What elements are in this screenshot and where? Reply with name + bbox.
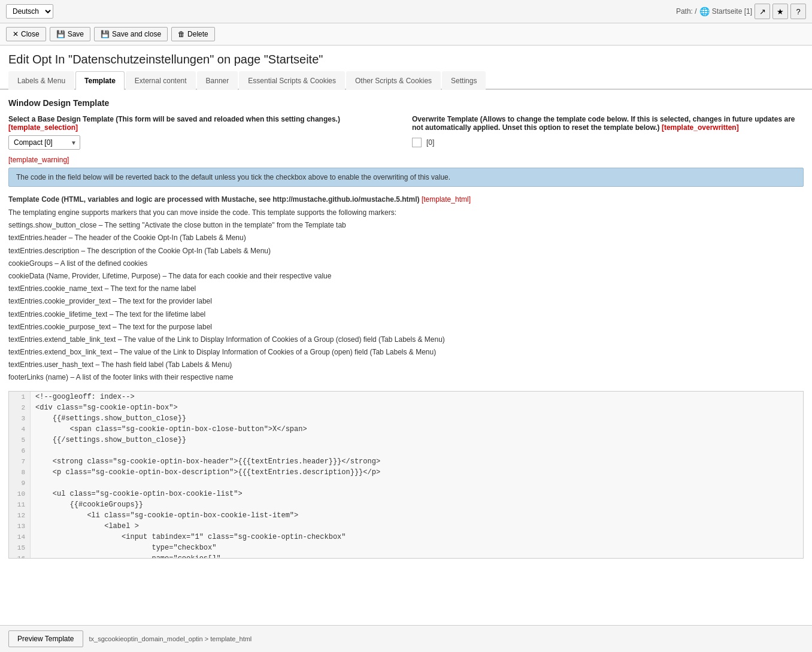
description-line: cookieGroups – A list of the defined coo… bbox=[8, 258, 804, 269]
path-label: Path: / bbox=[676, 7, 697, 16]
description-line: textEntries.cookie_provider_text – The t… bbox=[8, 296, 804, 307]
code-line: 6 bbox=[9, 445, 803, 456]
line-content: <span class="sg-cookie-optin-box-close-b… bbox=[31, 424, 307, 435]
line-content: <ul class="sg-cookie-optin-box-cookie-li… bbox=[31, 489, 243, 499]
tab-bar: Labels & Menu Template External content … bbox=[0, 71, 812, 90]
line-content: <label > bbox=[31, 521, 139, 532]
main-content: Window Design Template Select a Base Des… bbox=[0, 90, 812, 567]
line-content bbox=[31, 478, 35, 489]
code-line: 3 {{#settings.show_button_close}} bbox=[9, 413, 803, 424]
delete-button[interactable]: 🗑 Delete bbox=[171, 27, 215, 41]
save-button[interactable]: 💾 Save bbox=[50, 27, 90, 41]
top-bar-icons: ↗ ★ ? bbox=[755, 4, 806, 19]
description-line: settings.show_button_close – The setting… bbox=[8, 220, 804, 231]
line-number: 10 bbox=[9, 489, 31, 499]
description-line: footerLinks (name) – A list of the foote… bbox=[8, 372, 804, 383]
description-line: textEntries.description – The descriptio… bbox=[8, 245, 804, 257]
code-line: 14 <input tabindex="1" class="sg-cookie-… bbox=[9, 532, 803, 542]
line-content: <div class="sg-cookie-optin-box"> bbox=[31, 402, 178, 413]
tab-essential-scripts[interactable]: Essential Scripts & Cookies bbox=[239, 71, 345, 90]
description-line: textEntries.cookie_name_text – The text … bbox=[8, 283, 804, 295]
overwrite-checkbox-row: [0] bbox=[412, 138, 804, 147]
line-number: 16 bbox=[9, 553, 31, 559]
code-line: 5 {{/settings.show_button_close}} bbox=[9, 435, 803, 445]
overwrite-checkbox[interactable] bbox=[412, 138, 422, 147]
line-number: 11 bbox=[9, 499, 31, 510]
top-bar-left: Deutsch bbox=[6, 4, 53, 19]
code-line: 4 <span class="sg-cookie-optin-box-close… bbox=[9, 424, 803, 435]
col-left: Select a Base Design Template (This form… bbox=[8, 115, 400, 150]
code-line: 11 {{#cookieGroups}} bbox=[9, 499, 803, 510]
line-content: <input tabindex="1" class="sg-cookie-opt… bbox=[31, 532, 346, 542]
line-content: <strong class="sg-cookie-optin-box-heade… bbox=[31, 456, 380, 467]
overwrite-var: [template_overwritten] bbox=[662, 123, 739, 132]
line-number: 15 bbox=[9, 542, 31, 553]
action-bar: ✕ Close 💾 Save 💾 Save and close 🗑 Delete bbox=[0, 23, 812, 46]
external-link-icon-btn[interactable]: ↗ bbox=[755, 4, 770, 19]
code-editor[interactable]: 1<!--googleoff: index-->2<div class="sg-… bbox=[8, 391, 804, 559]
tab-labels-menu[interactable]: Labels & Menu bbox=[8, 71, 74, 90]
template-code-var: [template_html] bbox=[422, 195, 471, 204]
line-content: <p class="sg-cookie-optin-box-descriptio… bbox=[31, 467, 380, 478]
save-close-button[interactable]: 💾 Save and close bbox=[94, 27, 168, 41]
warning-var: [template_warning] bbox=[8, 156, 804, 164]
save-label: Save bbox=[68, 30, 84, 38]
line-number: 13 bbox=[9, 521, 31, 532]
line-content: {{#cookieGroups}} bbox=[31, 499, 143, 510]
line-number: 1 bbox=[9, 392, 31, 402]
line-content: {{#settings.show_button_close}} bbox=[31, 413, 186, 424]
save-close-label: Save and close bbox=[112, 30, 161, 38]
description-line: textEntries.extend_box_link_text – The v… bbox=[8, 347, 804, 358]
description-line: textEntries.header – The header of the C… bbox=[8, 232, 804, 244]
line-content bbox=[31, 445, 35, 456]
template-code-section: Template Code (HTML, variables and logic… bbox=[8, 195, 804, 559]
close-button[interactable]: ✕ Close bbox=[6, 27, 46, 41]
description-line: textEntries.cookie_lifetime_text – The t… bbox=[8, 309, 804, 320]
page-title: Edit Opt In "Datenschutzeinstellungen" o… bbox=[0, 46, 812, 71]
tab-settings[interactable]: Settings bbox=[442, 71, 486, 90]
help-icon-btn[interactable]: ? bbox=[790, 4, 806, 19]
base-template-label: Select a Base Design Template (This form… bbox=[8, 115, 400, 132]
description-line: textEntries.cookie_purpose_text – The te… bbox=[8, 322, 804, 333]
line-content: name="cookies[]" bbox=[31, 553, 221, 559]
line-content: <!--googleoff: index--> bbox=[31, 392, 135, 402]
code-line: 8 <p class="sg-cookie-optin-box-descript… bbox=[9, 467, 803, 478]
code-line: 15 type="checkbox" bbox=[9, 542, 803, 553]
line-number: 7 bbox=[9, 456, 31, 467]
description-line: The templating engine supports markers t… bbox=[8, 207, 804, 219]
code-line: 13 <label > bbox=[9, 521, 803, 532]
line-number: 6 bbox=[9, 445, 31, 456]
close-label: Close bbox=[21, 30, 40, 38]
description-block: The templating engine supports markers t… bbox=[8, 207, 804, 384]
code-line: 16 name="cookies[]" bbox=[9, 553, 803, 559]
code-line: 1<!--googleoff: index--> bbox=[9, 392, 803, 402]
description-line: textEntries.user_hash_text – The hash fi… bbox=[8, 359, 804, 371]
line-number: 5 bbox=[9, 435, 31, 445]
line-number: 4 bbox=[9, 424, 31, 435]
code-line: 9 bbox=[9, 478, 803, 489]
template-select[interactable]: Compact [0] bbox=[8, 135, 80, 150]
language-select[interactable]: Deutsch bbox=[6, 4, 53, 19]
code-line: 2<div class="sg-cookie-optin-box"> bbox=[9, 402, 803, 413]
site-name: Startseite [1] bbox=[712, 7, 752, 16]
star-icon-btn[interactable]: ★ bbox=[772, 4, 788, 19]
description-line: cookieData (Name, Provider, Lifetime, Pu… bbox=[8, 271, 804, 282]
line-content: <li class="sg-cookie-optin-box-cookie-li… bbox=[31, 510, 298, 521]
col-right: Overwrite Template (Allows to change the… bbox=[412, 115, 804, 150]
line-number: 14 bbox=[9, 532, 31, 542]
info-banner: The code in the field below will be reve… bbox=[8, 168, 804, 187]
tab-other-scripts[interactable]: Other Scripts & Cookies bbox=[346, 71, 441, 90]
line-number: 2 bbox=[9, 402, 31, 413]
delete-icon: 🗑 bbox=[178, 30, 185, 38]
code-editor-wrap: 1<!--googleoff: index-->2<div class="sg-… bbox=[8, 391, 804, 559]
tab-banner[interactable]: Banner bbox=[197, 71, 238, 90]
base-template-var: [template_selection] bbox=[8, 123, 78, 132]
line-number: 12 bbox=[9, 510, 31, 521]
line-content: {{/settings.show_button_close}} bbox=[31, 435, 186, 445]
close-icon: ✕ bbox=[13, 30, 19, 38]
line-number: 3 bbox=[9, 413, 31, 424]
checkbox-value-label: [0] bbox=[426, 138, 434, 147]
tab-template[interactable]: Template bbox=[75, 71, 125, 90]
code-line: 12 <li class="sg-cookie-optin-box-cookie… bbox=[9, 510, 803, 521]
tab-external-content[interactable]: External content bbox=[126, 71, 196, 90]
